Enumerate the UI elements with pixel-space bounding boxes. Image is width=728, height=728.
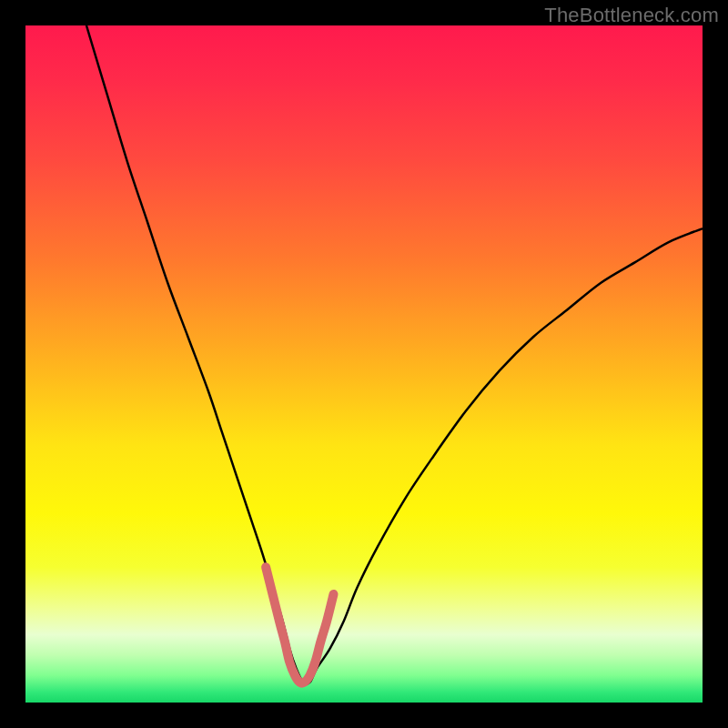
chart-svg xyxy=(25,25,703,703)
gradient-background xyxy=(25,25,703,703)
plot-area xyxy=(25,25,703,703)
watermark-text: TheBottleneck.com xyxy=(544,4,719,27)
chart-frame: TheBottleneck.com xyxy=(0,0,728,728)
